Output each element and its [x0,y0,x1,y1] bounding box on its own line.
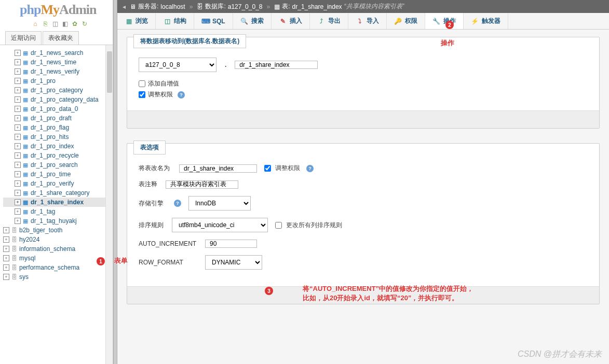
cb-change-all-collations[interactable] [275,222,282,229]
table-icon: ▦ [22,217,29,225]
tree-table-item[interactable]: +▦dr_1_pro [3,76,113,86]
tree-table-item[interactable]: +▦dr_1_tag [3,207,113,216]
tree-db-item[interactable]: +🗄performance_schema [3,263,113,272]
tree-table-item[interactable]: +▦dr_1_pro_data_0 [3,104,113,114]
tree-table-item[interactable]: +▦dr_1_pro_time [3,170,113,179]
docs-icon[interactable]: ◫ [51,20,59,28]
expand-icon[interactable]: + [15,162,21,168]
sidebar-toolbar: ⌂ ⎘ ◫ ◧ ✿ ↻ [0,19,113,31]
tree-db-item[interactable]: +🗄b2b_tiger_tooth [3,226,113,235]
expand-icon[interactable]: + [15,78,21,84]
table-icon: ▦ [22,87,29,94]
scrollbar[interactable] [105,45,113,364]
table-icon: ▦ [22,180,29,187]
help-icon[interactable]: ? [178,91,185,99]
expand-icon[interactable]: + [15,59,21,65]
help-icon[interactable]: ? [306,165,314,172]
settings-icon[interactable]: ✿ [71,20,79,28]
expand-icon[interactable]: + [15,106,21,112]
expand-icon[interactable]: + [3,274,9,280]
expand-icon[interactable]: + [15,87,21,93]
tree-table-item[interactable]: +▦dr_1_news_time [3,58,113,67]
content: ◂ 🖥 服务器: localhost » 🗄 数据库: a127_0_0_8 »… [117,0,609,364]
help-icon[interactable]: ? [174,200,181,207]
expand-icon[interactable]: + [3,255,9,261]
tree-db-item[interactable]: +🗄sys [3,272,113,282]
expand-icon[interactable]: + [15,124,21,131]
nav-icon[interactable]: ◧ [61,20,69,28]
logout-icon[interactable]: ⎘ [41,20,49,28]
tree-db-item[interactable]: +🗄information_schema [3,244,113,254]
tree-table-item[interactable]: +▦dr_1_news_search [3,48,113,58]
tree-table-item[interactable]: +▦dr_1_pro_hits [3,132,113,142]
resize-handle[interactable] [113,0,117,364]
tree-table-item[interactable]: +▦dr_1_news_verify [3,67,113,76]
tab-recent[interactable]: 近期访问 [5,31,42,45]
rowformat-select[interactable]: DYNAMIC [205,255,262,270]
tree-table-item[interactable]: +▦dr_1_tag_huyakj [3,216,113,226]
tree-db-item[interactable]: +🗄hy2024 [3,235,113,244]
refresh-icon[interactable]: ↻ [80,20,89,28]
tree-table-item[interactable]: +▦dr_1_pro_category [3,86,113,95]
tab-搜索[interactable]: 🔍搜索 [233,13,272,29]
table-icon: ▦ [22,59,29,66]
expand-icon[interactable]: + [15,134,21,140]
cb-add-autoincrement[interactable] [139,80,145,87]
tab-触发器[interactable]: ⚡触发器 [464,13,508,29]
expand-icon[interactable]: + [15,50,21,56]
sidebar: phpMyAdmin ⌂ ⎘ ◫ ◧ ✿ ↻ 近期访问 表收藏夹 ⚭ +▦dr_… [0,0,113,364]
expand-icon[interactable]: + [3,227,9,233]
bc-server[interactable]: localhost [160,3,185,10]
tab-插入[interactable]: ✎插入 [272,13,310,29]
cb-adjust-privileges[interactable] [139,91,145,98]
expand-icon[interactable]: + [15,199,21,205]
table-icon: ▦ [22,124,29,131]
tab-favorites[interactable]: 表收藏夹 [43,31,79,45]
tab-导出[interactable]: ⤴导出 [310,13,348,29]
tree-table-item[interactable]: +▦dr_1_pro_category_data [3,95,113,104]
expand-icon[interactable]: + [15,208,21,215]
expand-icon[interactable]: + [15,143,21,149]
tab-导入[interactable]: ⤵导入 [348,13,387,29]
expand-icon[interactable]: + [15,115,21,121]
expand-icon[interactable]: + [15,152,21,159]
tree-table-item[interactable]: +▦dr_1_pro_flag [3,123,113,132]
tab-操作[interactable]: 🔧操作 [425,13,464,29]
expand-icon[interactable]: + [15,218,21,224]
tree-table-item[interactable]: +▦dr_1_pro_index [3,142,113,151]
rename-input[interactable] [179,164,257,173]
panel-move-legend: 将数据表移动到(数据库名.数据表名) [133,34,246,48]
bc-table[interactable]: dr_1_share_index [292,3,342,10]
tab-icon: ▦ [125,17,133,25]
tab-结构[interactable]: ◫结构 [156,13,194,29]
tab-浏览[interactable]: ▦浏览 [117,13,156,29]
expand-icon[interactable]: + [3,264,9,271]
engine-select[interactable]: InnoDB [188,196,251,211]
autoincrement-input[interactable] [205,240,257,248]
move-table-input[interactable] [235,61,318,69]
tree-table-item[interactable]: +▦dr_1_pro_search [3,160,113,170]
tree-table-item[interactable]: +▦dr_1_pro_recycle [3,151,113,160]
expand-icon[interactable]: + [15,68,21,75]
table-icon: ▦ [22,189,29,197]
expand-icon[interactable]: + [15,171,21,177]
logo[interactable]: phpMyAdmin [0,0,113,19]
move-db-select[interactable]: a127_0_0_8 [139,58,216,72]
cb-rename-adjust-label: 调整权限 [275,164,300,173]
tree-table-item[interactable]: +▦dr_1_share_index [3,198,113,207]
comment-input[interactable] [166,180,238,189]
expand-icon[interactable]: + [3,236,9,243]
tree-table-item[interactable]: +▦dr_1_pro_verify [3,179,113,188]
collation-select[interactable]: utf8mb4_unicode_ci [172,218,268,232]
cb-rename-adjust-priv[interactable] [264,165,271,172]
expand-icon[interactable]: + [15,180,21,187]
home-icon[interactable]: ⌂ [31,20,39,28]
bc-db[interactable]: a127_0_0_8 [228,3,263,10]
expand-icon[interactable]: + [15,190,21,196]
expand-icon[interactable]: + [3,246,9,252]
tree-table-item[interactable]: +▦dr_1_pro_draft [3,114,113,123]
tree-table-item[interactable]: +▦dr_1_share_category [3,188,113,198]
tab-权限[interactable]: 🔑权限 [387,13,425,29]
expand-icon[interactable]: + [15,96,21,103]
tab-SQL[interactable]: ⌨SQL [194,13,233,29]
